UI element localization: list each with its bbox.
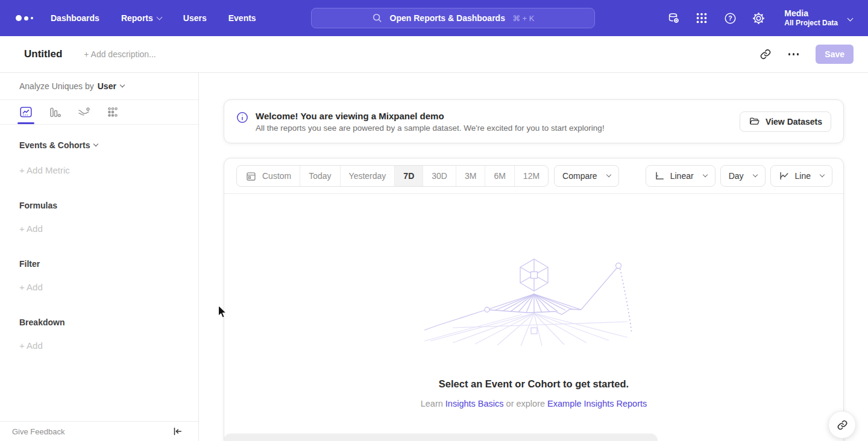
date-range-12m[interactable]: 12M	[514, 166, 548, 186]
scale-dropdown[interactable]: Linear	[646, 165, 715, 187]
section-events-cohorts[interactable]: Events & Cohorts	[19, 140, 179, 150]
chart-controls-row: Custom Today Yesterday 7D 30D 3M 6M 12M …	[224, 158, 843, 194]
project-subtitle: All Project Data	[784, 19, 838, 28]
metric-tab-icon	[105, 105, 120, 119]
nav-reports[interactable]: Reports	[121, 13, 162, 23]
chevron-down-icon	[93, 142, 98, 146]
collapse-sidebar-button[interactable]	[172, 426, 183, 437]
banner-subtitle: All the reports you see are powered by a…	[256, 124, 605, 133]
date-range-custom[interactable]: Custom	[237, 166, 300, 186]
view-datasets-button[interactable]: View Datasets	[740, 111, 831, 132]
give-feedback-link[interactable]: Give Feedback	[12, 427, 64, 436]
report-title[interactable]: Untitled	[24, 48, 62, 60]
nav-events[interactable]: Events	[228, 13, 256, 23]
analyze-uniques-selector[interactable]: Analyze Uniques by User	[0, 73, 198, 100]
primary-nav: Dashboards Reports Users Events	[51, 13, 256, 23]
chevron-down-icon	[120, 83, 125, 87]
report-header: Untitled + Add description... Save	[0, 36, 868, 73]
date-range-6m[interactable]: 6M	[485, 166, 514, 186]
next-section-card-edge[interactable]	[224, 434, 658, 441]
collapse-sidebar-icon	[172, 426, 183, 437]
section-breakdown: Breakdown	[19, 317, 179, 327]
empty-state-heading: Select an Event or Cohort to get started…	[224, 378, 843, 390]
date-range-picker: Custom Today Yesterday 7D 30D 3M 6M 12M	[236, 165, 549, 187]
chevron-down-icon	[820, 172, 825, 177]
search-shortcut: ⌘ + K	[512, 14, 535, 23]
top-navigation-bar: Dashboards Reports Users Events Open Rep…	[0, 0, 868, 36]
global-search-input[interactable]: Open Reports & Dashboards ⌘ + K	[311, 8, 595, 28]
nav-right-cluster: ? Media All Project Data	[666, 8, 852, 28]
date-range-today[interactable]: Today	[300, 166, 339, 186]
date-range-yesterday[interactable]: Yesterday	[340, 166, 395, 186]
interval-dropdown[interactable]: Day	[720, 165, 766, 187]
copy-link-button[interactable]	[760, 48, 772, 60]
chart-type-tabs	[0, 100, 198, 125]
tab-bar-chart[interactable]	[47, 100, 63, 124]
calendar-icon	[245, 170, 257, 182]
line-type-icon	[779, 170, 790, 181]
empty-state: Select an Event or Cohort to get started…	[224, 194, 843, 408]
flow-tab-icon	[77, 105, 91, 119]
info-icon	[236, 111, 248, 124]
tab-flow-chart[interactable]	[76, 100, 92, 124]
date-range-30d[interactable]: 30D	[423, 166, 456, 186]
svg-text:?: ?	[728, 14, 732, 22]
gear-icon	[752, 11, 766, 25]
chevron-down-icon	[848, 15, 854, 21]
date-range-3m[interactable]: 3M	[456, 166, 485, 186]
add-description-field[interactable]: + Add description...	[84, 49, 156, 59]
linear-scale-icon	[654, 170, 665, 181]
insights-basics-link[interactable]: Insights Basics	[445, 399, 504, 408]
link-icon	[837, 419, 848, 431]
banner-title: Welcome! You are viewing a Mixpanel demo	[256, 111, 605, 121]
database-icon	[667, 11, 681, 25]
empty-state-illustration	[420, 257, 649, 348]
query-builder-sidebar: Analyze Uniques by User	[0, 73, 199, 441]
section-filter: Filter	[19, 259, 179, 269]
nav-users[interactable]: Users	[183, 13, 207, 23]
section-formulas: Formulas	[19, 201, 179, 210]
tab-line-chart[interactable]	[18, 100, 34, 124]
insights-chart-card: Custom Today Yesterday 7D 30D 3M 6M 12M …	[224, 158, 844, 441]
save-button[interactable]: Save	[816, 45, 854, 64]
date-range-7d-selected[interactable]: 7D	[394, 166, 423, 186]
chevron-down-icon	[702, 172, 707, 177]
nav-dashboards[interactable]: Dashboards	[51, 13, 99, 23]
project-selector[interactable]: Media All Project Data	[784, 8, 852, 28]
apps-grid-button[interactable]	[694, 11, 709, 25]
analyze-value: User	[98, 81, 116, 91]
more-options-button[interactable]	[786, 51, 802, 58]
data-management-button[interactable]	[666, 11, 681, 25]
add-filter-button[interactable]: + Add	[19, 282, 179, 292]
search-placeholder: Open Reports & Dashboards	[390, 13, 505, 23]
settings-button[interactable]	[751, 11, 766, 25]
example-insights-reports-link[interactable]: Example Insights Reports	[547, 399, 647, 408]
chart-type-dropdown[interactable]: Line	[770, 165, 832, 187]
empty-state-links: Learn Insights Basics or explore Example…	[224, 399, 843, 408]
mixpanel-logo[interactable]	[16, 15, 40, 21]
help-icon: ?	[723, 11, 737, 25]
chevron-down-icon	[752, 172, 757, 177]
add-metric-button[interactable]: + Add Metric	[19, 165, 179, 175]
folder-icon	[749, 116, 760, 127]
line-chart-tab-icon	[19, 105, 33, 119]
bar-chart-tab-icon	[48, 105, 62, 119]
chevron-down-icon	[156, 14, 162, 20]
compare-dropdown[interactable]: Compare	[554, 165, 619, 187]
search-icon	[372, 13, 383, 23]
link-icon	[760, 48, 772, 60]
chevron-down-icon	[606, 172, 611, 177]
report-canvas: Welcome! You are viewing a Mixpanel demo…	[200, 73, 868, 441]
add-breakdown-button[interactable]: + Add	[19, 340, 179, 351]
project-name: Media	[784, 8, 838, 19]
tab-metric[interactable]	[105, 100, 121, 124]
share-link-floating-button[interactable]	[828, 411, 856, 439]
add-formula-button[interactable]: + Add	[19, 224, 179, 234]
help-button[interactable]: ?	[723, 11, 737, 25]
apps-grid-icon	[695, 11, 708, 25]
welcome-banner: Welcome! You are viewing a Mixpanel demo…	[224, 99, 844, 143]
